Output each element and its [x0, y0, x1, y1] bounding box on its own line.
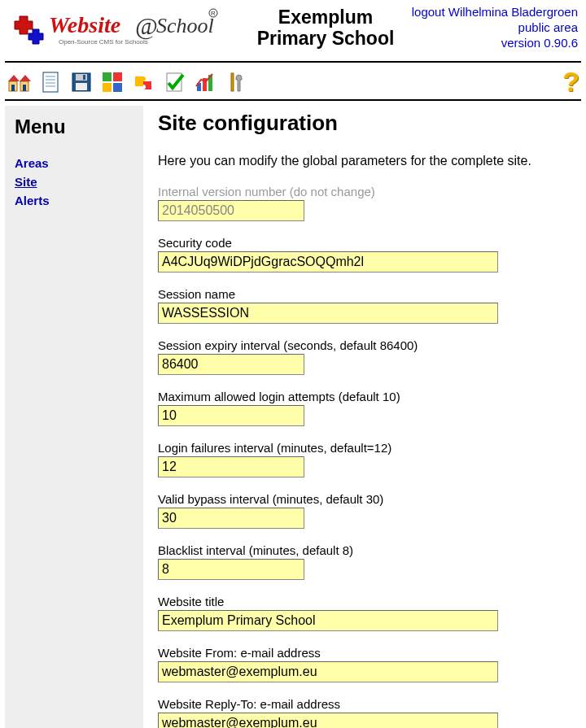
- field-label: Website title: [158, 595, 573, 608]
- svg-rect-12: [43, 72, 58, 92]
- field-session-name: Session name: [158, 287, 573, 324]
- check-icon[interactable]: [161, 69, 187, 95]
- logo-svg: Website @ School Open-Source CMS for Sch…: [8, 5, 220, 50]
- field-label: Session expiry interval (seconds, defaul…: [158, 338, 573, 352]
- public-area-link[interactable]: public area: [518, 20, 578, 34]
- main-content: Site configuration Here you can modify t…: [143, 106, 581, 728]
- from-email-input[interactable]: [158, 661, 498, 682]
- svg-rect-21: [103, 72, 112, 81]
- website-title-input[interactable]: [158, 610, 498, 631]
- user-name: Wilhelmina Bladergroen: [448, 5, 578, 19]
- logo: Website @ School Open-Source CMS for Sch…: [8, 5, 244, 53]
- header: Website @ School Open-Source CMS for Sch…: [0, 0, 586, 61]
- svg-rect-22: [113, 72, 122, 81]
- sidebar-item-site[interactable]: Site: [15, 175, 133, 189]
- svg-rect-29: [231, 73, 234, 91]
- school-line1: Exemplum: [278, 7, 373, 28]
- intro-text: Here you can modify the global parameter…: [158, 154, 573, 168]
- max-login-input[interactable]: [158, 405, 304, 426]
- field-bypass: Valid bypass interval (minutes, default …: [158, 492, 573, 529]
- field-website-title: Website title: [158, 595, 573, 631]
- svg-text:Website: Website: [49, 12, 120, 37]
- field-from-email: Website From: e-mail address: [158, 646, 573, 682]
- blacklist-input[interactable]: [158, 559, 304, 580]
- svg-text:School: School: [156, 14, 214, 37]
- help-icon[interactable]: ?: [562, 66, 579, 98]
- svg-marker-8: [8, 75, 20, 81]
- menu-title: Menu: [15, 116, 133, 138]
- tools-icon[interactable]: [223, 69, 249, 95]
- field-label: Blacklist interval (minutes, default 8): [158, 543, 573, 557]
- sidebar-item-areas[interactable]: Areas: [15, 156, 133, 170]
- svg-rect-10: [11, 85, 15, 91]
- puzzle-icon[interactable]: [130, 69, 156, 95]
- login-failures-input[interactable]: [158, 456, 304, 477]
- internal-version-input: [158, 200, 304, 221]
- logout-link[interactable]: logout: [412, 5, 445, 19]
- field-label: Login failures interval (minutes, defaul…: [158, 441, 573, 455]
- field-label: Internal version number (do not change): [158, 185, 573, 198]
- field-label: Website From: e-mail address: [158, 646, 573, 660]
- field-max-login: Maximum allowed login attempts (default …: [158, 390, 573, 426]
- field-internal-version: Internal version number (do not change): [158, 185, 573, 221]
- toolbar: ?: [5, 61, 581, 101]
- field-session-expiry: Session expiry interval (seconds, defaul…: [158, 338, 573, 375]
- field-security-code: Security code: [158, 236, 573, 272]
- field-label: Session name: [158, 287, 573, 301]
- page-icon[interactable]: [37, 69, 63, 95]
- field-label: Security code: [158, 236, 573, 250]
- svg-text:R: R: [211, 10, 216, 17]
- svg-rect-11: [23, 85, 26, 91]
- field-label: Valid bypass interval (minutes, default …: [158, 492, 573, 506]
- field-login-failures: Login failures interval (minutes, defaul…: [158, 441, 573, 477]
- topright-links: logout Wilhelmina Bladergroen public are…: [407, 5, 578, 50]
- page-title: Site configuration: [158, 111, 573, 136]
- replyto-email-input[interactable]: [158, 713, 498, 728]
- modules-icon[interactable]: [99, 69, 125, 95]
- svg-rect-20: [83, 75, 85, 80]
- session-expiry-input[interactable]: [158, 354, 304, 375]
- security-code-input[interactable]: [158, 251, 498, 272]
- svg-rect-23: [103, 83, 112, 92]
- sidebar-item-alerts[interactable]: Alerts: [15, 194, 133, 207]
- svg-marker-9: [20, 75, 31, 81]
- home-icon[interactable]: [7, 69, 33, 95]
- svg-text:Open-Source CMS for Schools: Open-Source CMS for Schools: [59, 38, 148, 46]
- session-name-input[interactable]: [158, 303, 498, 324]
- field-label: Website Reply-To: e-mail address: [158, 697, 573, 711]
- sidebar: Menu Areas Site Alerts: [5, 106, 143, 728]
- bypass-input[interactable]: [158, 508, 304, 529]
- field-replyto-email: Website Reply-To: e-mail address: [158, 697, 573, 728]
- svg-rect-19: [76, 83, 87, 90]
- svg-text:@: @: [135, 12, 158, 40]
- save-icon[interactable]: [68, 69, 94, 95]
- svg-rect-24: [113, 83, 122, 92]
- field-label: Maximum allowed login attempts (default …: [158, 390, 573, 403]
- stats-icon[interactable]: [192, 69, 218, 95]
- school-line2: Primary School: [257, 28, 395, 49]
- school-title: Exemplum Primary School: [244, 5, 407, 50]
- version-label: version 0.90.6: [501, 36, 578, 50]
- field-blacklist: Blacklist interval (minutes, default 8): [158, 543, 573, 580]
